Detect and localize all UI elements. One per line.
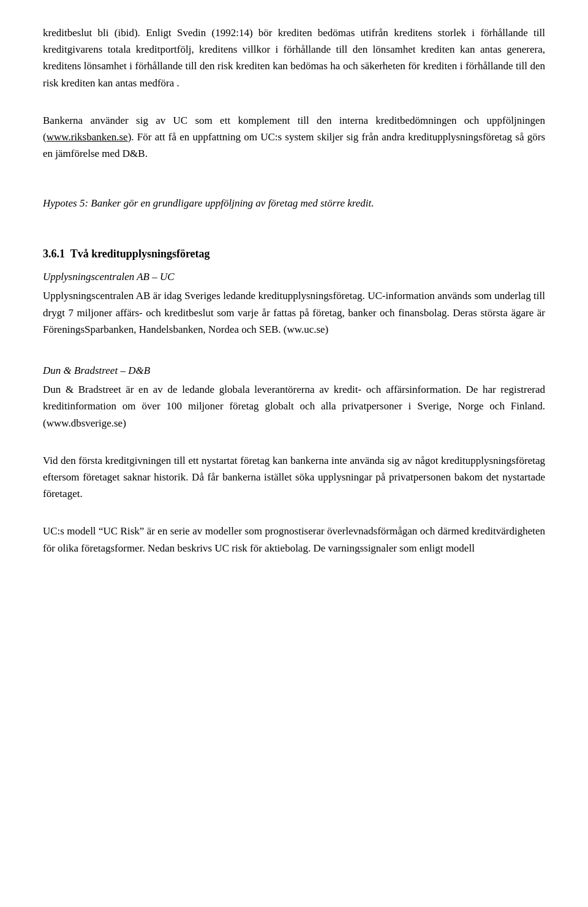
uc-subtitle: Upplysningscentralen AB – UC bbox=[43, 268, 545, 285]
section-3-6-1-heading: 3.6.1 Två kreditupplysningsföretag bbox=[43, 245, 545, 263]
paragraph-db: Dun & Bradstreet är en av de ledande glo… bbox=[43, 381, 545, 431]
paragraph-1: kreditbeslut bli (ibid). Enligt Svedin (… bbox=[43, 25, 545, 91]
paragraph-uc: Upplysningscentralen AB är idag Sveriges… bbox=[43, 287, 545, 338]
hypothesis-5: Hypotes 5: Banker gör en grundligare upp… bbox=[43, 195, 545, 211]
paragraph-2: Bankerna använder sig av UC som ett komp… bbox=[43, 112, 545, 162]
db-subtitle: Dun & Bradstreet – D&B bbox=[43, 362, 545, 379]
paragraph-uc-risk: UC:s modell “UC Risk” är en serie av mod… bbox=[43, 523, 545, 556]
main-content: kreditbeslut bli (ibid). Enligt Svedin (… bbox=[43, 25, 545, 556]
riksbanken-link[interactable]: www.riksbanken.se bbox=[47, 131, 128, 143]
paragraph-nystart: Vid den första kreditgivningen till ett … bbox=[43, 452, 545, 503]
section-number-title: 3.6.1 Två kreditupplysningsföretag bbox=[43, 248, 210, 260]
